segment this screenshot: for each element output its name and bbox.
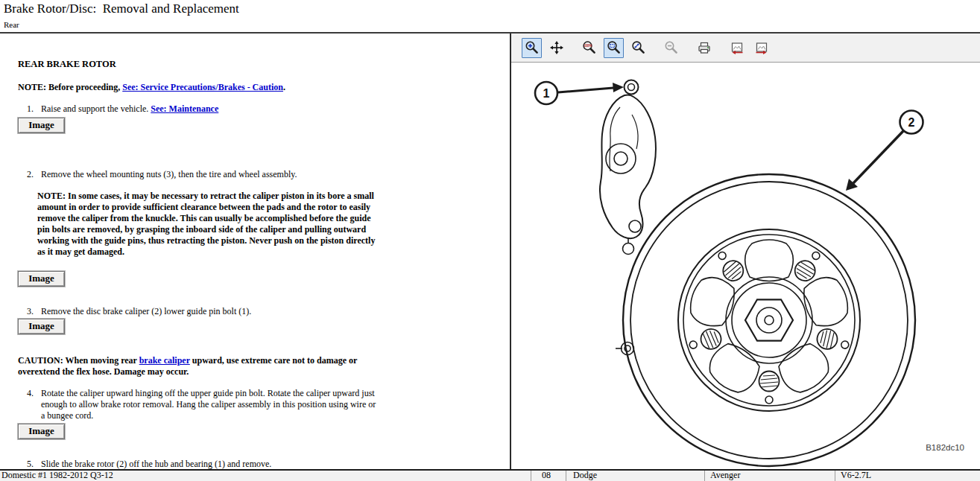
step-2: 2. Remove the wheel mounting nuts (3), t… [27, 169, 496, 180]
callout-1-label: 1 [543, 87, 550, 100]
next-graphic-button[interactable] [751, 38, 771, 58]
status-engine: V6-2.7L [835, 471, 980, 481]
zoom-out-button[interactable] [661, 38, 681, 58]
step-1: 1. Raise and support the vehicle. See: M… [27, 103, 496, 115]
status-make: Dodge [566, 471, 704, 481]
status-year: 08 [531, 471, 566, 481]
step-2-text: Remove the wheel mounting nuts (3), then… [41, 169, 297, 180]
caliper-outline [600, 80, 656, 355]
print-button[interactable] [694, 38, 714, 58]
step-5: 5. Slide the brake rotor (2) off the hub… [27, 459, 496, 470]
zoom-dynamic-button[interactable] [628, 38, 648, 58]
print-icon [697, 40, 712, 55]
page-title: Brake Rotor/Disc: Removal and Replacemen… [4, 1, 239, 16]
zoom-100-icon: 100% [582, 40, 597, 55]
zoom-window-button[interactable] [604, 38, 624, 58]
step-number: 2. [27, 169, 41, 180]
step-5-text: Slide the brake rotor (2) off the hub an… [41, 459, 271, 470]
page-subtitle: Rear [4, 20, 19, 29]
step-3-text: Remove the disc brake caliper (2) lower … [41, 306, 251, 317]
image-button-2[interactable]: Image [18, 271, 65, 287]
step-text: Raise and support the vehicle. See: Main… [41, 103, 218, 115]
status-model: Avenger [704, 471, 835, 481]
step-4-text: Rotate the caliper upward hinging off th… [41, 388, 378, 421]
step-number: 4. [27, 388, 41, 421]
note-suffix: . [283, 82, 285, 92]
image-button-3[interactable]: Image [18, 319, 65, 334]
graphic-pane: 100% [510, 34, 980, 469]
inline-note: NOTE: In some cases, it may be necessary… [37, 191, 380, 258]
zoom-out-icon [664, 40, 679, 55]
brake-rotor-diagram: 1 2 B182dc10 [511, 63, 980, 468]
svg-text:100%: 100% [583, 44, 592, 48]
status-coverage: Domestic #1 1982-2012 Q3-12 [0, 471, 531, 481]
callout-1: 1 [535, 82, 624, 104]
previous-graphic-icon [729, 40, 745, 55]
previous-graphic-button[interactable] [727, 38, 747, 58]
step-4: 4. Rotate the caliper upward hinging off… [27, 388, 496, 421]
brake-caliper-link[interactable]: brake caliper [139, 355, 190, 366]
section-heading: REAR BRAKE ROTOR [18, 59, 496, 70]
image-button-4[interactable]: Image [18, 424, 65, 439]
step-number: 3. [27, 306, 41, 317]
note-prefix: NOTE: Before proceeding, [18, 82, 122, 92]
zoom-window-icon [607, 40, 622, 55]
callout-2: 2 [846, 111, 923, 191]
guide-pin-bolt [625, 80, 639, 95]
figure-code: B182dc10 [926, 443, 964, 452]
note-before-proceeding: NOTE: Before proceeding, See: Service Pr… [18, 82, 496, 93]
hub-center [726, 277, 812, 363]
rotor-outline [623, 174, 915, 466]
precautions-link[interactable]: See: Service Precautions/Brakes - Cautio… [122, 82, 283, 92]
caution-note: CAUTION: When moving rear brake caliper … [18, 355, 380, 378]
image-button-1[interactable]: Image [18, 118, 65, 133]
graphic-toolbar: 100% [511, 34, 980, 63]
page-header: Brake Rotor/Disc: Removal and Replacemen… [0, 0, 980, 34]
status-bar: Domestic #1 1982-2012 Q3-12 08 Dodge Ave… [0, 469, 980, 481]
pan-button[interactable] [546, 38, 566, 58]
caution-prefix: CAUTION: When moving rear [18, 355, 139, 366]
maintenance-link[interactable]: See: Maintenance [151, 103, 218, 114]
step-1-text: Raise and support the vehicle. [41, 103, 151, 114]
next-graphic-icon [753, 40, 770, 55]
step-3: 3. Remove the disc brake caliper (2) low… [27, 306, 496, 317]
zoom-dynamic-icon [631, 40, 646, 55]
step-number: 1. [27, 103, 41, 115]
pan-icon [549, 40, 564, 55]
zoom-100-button[interactable]: 100% [579, 38, 599, 58]
callout-2-label: 2 [908, 116, 915, 129]
graphic-viewport[interactable]: 1 2 B182dc10 [511, 63, 980, 468]
zoom-in-button[interactable] [522, 38, 542, 58]
step-number: 5. [27, 459, 41, 470]
procedure-pane: REAR BRAKE ROTOR NOTE: Before proceeding… [0, 35, 509, 469]
zoom-in-icon [525, 40, 540, 55]
